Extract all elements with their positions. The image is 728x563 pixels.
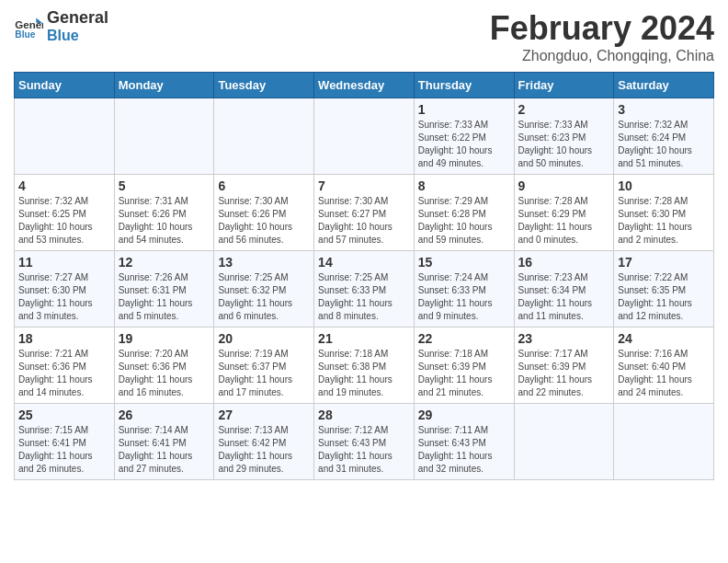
week-row-5: 25Sunrise: 7:15 AM Sunset: 6:41 PM Dayli… xyxy=(15,404,714,480)
day-number: 11 xyxy=(18,255,110,270)
svg-text:Blue: Blue xyxy=(15,29,35,40)
calendar-cell xyxy=(514,404,614,480)
calendar-cell xyxy=(314,98,415,175)
logo: General Blue General Blue xyxy=(14,9,108,44)
day-number: 3 xyxy=(618,102,710,117)
calendar-cell xyxy=(614,404,714,480)
day-number: 25 xyxy=(18,408,110,422)
day-number: 20 xyxy=(218,331,310,346)
day-number: 14 xyxy=(318,255,410,270)
week-row-3: 11Sunrise: 7:27 AM Sunset: 6:30 PM Dayli… xyxy=(15,251,714,327)
day-info: Sunrise: 7:27 AM Sunset: 6:30 PM Dayligh… xyxy=(18,271,110,323)
calendar-cell xyxy=(214,98,314,175)
week-row-1: 1Sunrise: 7:33 AM Sunset: 6:22 PM Daylig… xyxy=(15,98,714,175)
day-info: Sunrise: 7:21 AM Sunset: 6:36 PM Dayligh… xyxy=(18,348,110,399)
day-info: Sunrise: 7:29 AM Sunset: 6:28 PM Dayligh… xyxy=(418,195,510,247)
calendar-cell: 6Sunrise: 7:30 AM Sunset: 6:26 PM Daylig… xyxy=(214,175,314,251)
day-info: Sunrise: 7:32 AM Sunset: 6:25 PM Dayligh… xyxy=(18,195,110,247)
logo-blue: Blue xyxy=(47,28,108,44)
day-number: 2 xyxy=(518,102,610,117)
calendar-cell: 24Sunrise: 7:16 AM Sunset: 6:40 PM Dayli… xyxy=(614,327,714,404)
day-info: Sunrise: 7:32 AM Sunset: 6:24 PM Dayligh… xyxy=(618,119,710,170)
day-info: Sunrise: 7:12 AM Sunset: 6:43 PM Dayligh… xyxy=(318,424,410,476)
day-info: Sunrise: 7:14 AM Sunset: 6:41 PM Dayligh… xyxy=(119,424,210,476)
logo-general: General xyxy=(47,8,108,27)
week-row-4: 18Sunrise: 7:21 AM Sunset: 6:36 PM Dayli… xyxy=(15,327,714,404)
calendar-cell: 25Sunrise: 7:15 AM Sunset: 6:41 PM Dayli… xyxy=(15,404,115,480)
day-info: Sunrise: 7:18 AM Sunset: 6:38 PM Dayligh… xyxy=(318,348,410,399)
header: General Blue General Blue February 2024 … xyxy=(14,9,714,64)
day-number: 15 xyxy=(418,255,510,270)
day-info: Sunrise: 7:30 AM Sunset: 6:26 PM Dayligh… xyxy=(218,195,310,247)
day-info: Sunrise: 7:30 AM Sunset: 6:27 PM Dayligh… xyxy=(318,195,410,247)
day-number: 17 xyxy=(618,255,710,270)
calendar-cell: 15Sunrise: 7:24 AM Sunset: 6:33 PM Dayli… xyxy=(414,251,514,327)
calendar-cell: 12Sunrise: 7:26 AM Sunset: 6:31 PM Dayli… xyxy=(114,251,214,327)
day-info: Sunrise: 7:20 AM Sunset: 6:36 PM Dayligh… xyxy=(119,348,210,399)
day-number: 21 xyxy=(318,331,410,346)
calendar-cell: 11Sunrise: 7:27 AM Sunset: 6:30 PM Dayli… xyxy=(15,251,115,327)
day-info: Sunrise: 7:17 AM Sunset: 6:39 PM Dayligh… xyxy=(518,348,610,399)
calendar-body: 1Sunrise: 7:33 AM Sunset: 6:22 PM Daylig… xyxy=(15,98,714,480)
day-info: Sunrise: 7:24 AM Sunset: 6:33 PM Dayligh… xyxy=(418,271,510,323)
day-number: 29 xyxy=(418,408,510,422)
col-header-friday: Friday xyxy=(514,73,614,98)
day-number: 6 xyxy=(218,178,310,193)
day-number: 10 xyxy=(618,178,710,193)
day-info: Sunrise: 7:25 AM Sunset: 6:32 PM Dayligh… xyxy=(218,271,310,323)
day-number: 22 xyxy=(418,331,510,346)
day-number: 16 xyxy=(518,255,610,270)
calendar-cell xyxy=(15,98,115,175)
day-number: 12 xyxy=(119,255,210,270)
calendar-cell: 5Sunrise: 7:31 AM Sunset: 6:26 PM Daylig… xyxy=(114,175,214,251)
calendar-cell: 14Sunrise: 7:25 AM Sunset: 6:33 PM Dayli… xyxy=(314,251,415,327)
day-info: Sunrise: 7:13 AM Sunset: 6:42 PM Dayligh… xyxy=(218,424,310,476)
calendar-cell: 1Sunrise: 7:33 AM Sunset: 6:22 PM Daylig… xyxy=(414,98,514,175)
calendar-cell: 28Sunrise: 7:12 AM Sunset: 6:43 PM Dayli… xyxy=(314,404,415,480)
logo-icon: General Blue xyxy=(14,12,43,41)
calendar-cell: 29Sunrise: 7:11 AM Sunset: 6:43 PM Dayli… xyxy=(414,404,514,480)
calendar-cell: 7Sunrise: 7:30 AM Sunset: 6:27 PM Daylig… xyxy=(314,175,415,251)
week-row-2: 4Sunrise: 7:32 AM Sunset: 6:25 PM Daylig… xyxy=(15,175,714,251)
day-number: 27 xyxy=(218,408,310,422)
col-header-monday: Monday xyxy=(114,73,214,98)
calendar-cell: 16Sunrise: 7:23 AM Sunset: 6:34 PM Dayli… xyxy=(514,251,614,327)
day-info: Sunrise: 7:11 AM Sunset: 6:43 PM Dayligh… xyxy=(418,424,510,476)
day-info: Sunrise: 7:23 AM Sunset: 6:34 PM Dayligh… xyxy=(518,271,610,323)
calendar-cell: 23Sunrise: 7:17 AM Sunset: 6:39 PM Dayli… xyxy=(514,327,614,404)
col-header-wednesday: Wednesday xyxy=(314,73,415,98)
day-info: Sunrise: 7:26 AM Sunset: 6:31 PM Dayligh… xyxy=(119,271,210,323)
day-info: Sunrise: 7:25 AM Sunset: 6:33 PM Dayligh… xyxy=(318,271,410,323)
calendar-cell: 2Sunrise: 7:33 AM Sunset: 6:23 PM Daylig… xyxy=(514,98,614,175)
day-number: 8 xyxy=(418,178,510,193)
calendar-cell: 8Sunrise: 7:29 AM Sunset: 6:28 PM Daylig… xyxy=(414,175,514,251)
main-title: February 2024 xyxy=(490,9,714,48)
day-info: Sunrise: 7:28 AM Sunset: 6:29 PM Dayligh… xyxy=(518,195,610,247)
day-info: Sunrise: 7:22 AM Sunset: 6:35 PM Dayligh… xyxy=(618,271,710,323)
day-number: 9 xyxy=(518,178,610,193)
calendar-cell: 10Sunrise: 7:28 AM Sunset: 6:30 PM Dayli… xyxy=(614,175,714,251)
day-info: Sunrise: 7:19 AM Sunset: 6:37 PM Dayligh… xyxy=(218,348,310,399)
col-header-tuesday: Tuesday xyxy=(214,73,314,98)
subtitle: Zhongduo, Chongqing, China xyxy=(490,48,714,64)
calendar-cell: 19Sunrise: 7:20 AM Sunset: 6:36 PM Dayli… xyxy=(114,327,214,404)
day-number: 13 xyxy=(218,255,310,270)
calendar-cell: 21Sunrise: 7:18 AM Sunset: 6:38 PM Dayli… xyxy=(314,327,415,404)
day-number: 18 xyxy=(18,331,110,346)
col-header-thursday: Thursday xyxy=(414,73,514,98)
day-number: 1 xyxy=(418,102,510,117)
day-info: Sunrise: 7:18 AM Sunset: 6:39 PM Dayligh… xyxy=(418,348,510,399)
calendar-cell xyxy=(114,98,214,175)
day-number: 26 xyxy=(119,408,210,422)
calendar-cell: 18Sunrise: 7:21 AM Sunset: 6:36 PM Dayli… xyxy=(15,327,115,404)
calendar-cell: 20Sunrise: 7:19 AM Sunset: 6:37 PM Dayli… xyxy=(214,327,314,404)
day-info: Sunrise: 7:33 AM Sunset: 6:23 PM Dayligh… xyxy=(518,119,610,170)
col-header-saturday: Saturday xyxy=(614,73,714,98)
day-number: 5 xyxy=(119,178,210,193)
day-info: Sunrise: 7:16 AM Sunset: 6:40 PM Dayligh… xyxy=(618,348,710,399)
title-area: February 2024 Zhongduo, Chongqing, China xyxy=(490,9,714,64)
day-info: Sunrise: 7:15 AM Sunset: 6:41 PM Dayligh… xyxy=(18,424,110,476)
day-number: 19 xyxy=(119,331,210,346)
col-header-sunday: Sunday xyxy=(15,73,115,98)
calendar-table: SundayMondayTuesdayWednesdayThursdayFrid… xyxy=(14,72,714,480)
